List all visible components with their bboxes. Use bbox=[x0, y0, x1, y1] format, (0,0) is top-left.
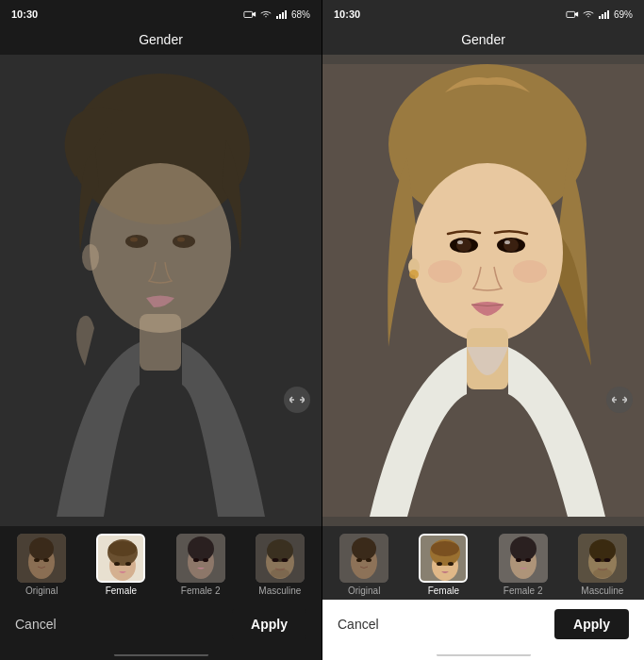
svg-point-8 bbox=[90, 163, 231, 333]
left-cancel-button[interactable]: Cancel bbox=[15, 617, 57, 632]
right-action-bar: Cancel Apply bbox=[322, 600, 644, 654]
svg-point-50 bbox=[409, 270, 419, 279]
svg-point-54 bbox=[504, 239, 519, 252]
svg-marker-40 bbox=[575, 11, 579, 16]
left-action-bar: Cancel Apply bbox=[0, 600, 322, 654]
svg-point-26 bbox=[125, 562, 131, 566]
left-original-face-svg bbox=[17, 534, 66, 583]
svg-point-30 bbox=[188, 536, 214, 561]
right-thumb-female2-img bbox=[499, 534, 548, 583]
left-status-icons: 68% bbox=[243, 9, 310, 20]
right-apply-button[interactable]: Apply bbox=[554, 609, 629, 639]
left-thumb-female-img bbox=[96, 534, 145, 583]
right-thumb-female[interactable]: Female bbox=[405, 534, 481, 596]
svg-point-65 bbox=[366, 558, 372, 562]
right-thumbnails-bar: Original Female bbox=[322, 526, 644, 600]
svg-point-13 bbox=[177, 238, 185, 242]
svg-point-76 bbox=[525, 558, 531, 562]
svg-point-35 bbox=[267, 539, 293, 562]
right-original-face-svg bbox=[339, 534, 388, 583]
svg-point-19 bbox=[29, 537, 54, 560]
svg-point-21 bbox=[43, 558, 49, 562]
svg-rect-39 bbox=[567, 11, 575, 17]
left-female2-face-svg bbox=[176, 534, 225, 583]
left-apply-button[interactable]: Apply bbox=[232, 609, 306, 639]
svg-point-20 bbox=[34, 558, 40, 562]
left-thumb-masculine[interactable]: Masculine bbox=[242, 534, 318, 596]
svg-point-36 bbox=[272, 558, 278, 562]
left-time: 10:30 bbox=[11, 8, 38, 20]
left-thumbnails-bar: Original Female bbox=[0, 526, 322, 600]
svg-point-11 bbox=[173, 235, 195, 248]
right-masculine-face-svg bbox=[578, 534, 627, 583]
left-thumb-female2-label: Female 2 bbox=[181, 586, 221, 596]
right-camera-icon bbox=[566, 9, 579, 19]
svg-rect-4 bbox=[282, 12, 284, 19]
left-signal-icon bbox=[275, 9, 289, 19]
right-thumb-female-img bbox=[419, 534, 468, 583]
svg-rect-9 bbox=[140, 314, 181, 371]
svg-rect-2 bbox=[276, 16, 278, 19]
svg-rect-41 bbox=[599, 16, 601, 19]
left-home-indicator bbox=[0, 654, 322, 660]
svg-point-70 bbox=[448, 562, 454, 566]
svg-rect-42 bbox=[602, 14, 603, 19]
left-thumb-female2[interactable]: Female 2 bbox=[163, 534, 239, 596]
left-status-bar: 10:30 68% bbox=[0, 0, 322, 26]
left-main-image bbox=[0, 55, 322, 526]
right-status-icons: 69% bbox=[566, 9, 633, 20]
svg-point-10 bbox=[125, 235, 148, 248]
svg-marker-1 bbox=[253, 11, 256, 16]
right-thumb-female-label: Female bbox=[428, 586, 459, 596]
svg-point-82 bbox=[593, 569, 612, 578]
svg-rect-44 bbox=[607, 10, 609, 19]
left-panel: 10:30 68% Gender bbox=[0, 0, 322, 660]
svg-point-79 bbox=[589, 539, 616, 562]
svg-point-75 bbox=[516, 558, 521, 562]
left-thumb-original[interactable]: Original bbox=[4, 534, 79, 596]
right-divider-icon[interactable] bbox=[606, 387, 633, 413]
left-female-face-svg bbox=[98, 536, 145, 583]
svg-point-64 bbox=[356, 558, 362, 562]
svg-point-32 bbox=[203, 558, 208, 562]
left-divider-icon[interactable] bbox=[284, 387, 310, 413]
right-female-face-svg bbox=[421, 536, 468, 583]
left-thumb-masculine-label: Masculine bbox=[258, 586, 301, 596]
left-masculine-face-svg bbox=[256, 534, 305, 583]
right-wifi-icon bbox=[582, 9, 595, 19]
svg-point-37 bbox=[281, 558, 288, 562]
right-thumb-female2-label: Female 2 bbox=[504, 586, 543, 596]
left-thumb-female[interactable]: Female bbox=[83, 534, 158, 596]
right-main-image bbox=[322, 55, 644, 526]
svg-point-38 bbox=[271, 569, 289, 578]
right-title: Gender bbox=[322, 26, 644, 55]
right-face-illustration bbox=[322, 55, 644, 526]
left-battery: 68% bbox=[291, 9, 310, 20]
left-camera-icon bbox=[243, 9, 256, 19]
svg-point-25 bbox=[114, 562, 120, 566]
right-time: 10:30 bbox=[334, 8, 360, 20]
svg-point-27 bbox=[108, 541, 137, 556]
svg-rect-43 bbox=[604, 12, 606, 19]
right-thumb-original[interactable]: Original bbox=[326, 534, 402, 596]
svg-point-57 bbox=[428, 260, 462, 283]
left-thumb-female2-img bbox=[176, 534, 225, 583]
right-thumb-original-img bbox=[339, 534, 388, 583]
left-thumb-masculine-img bbox=[256, 534, 305, 583]
right-thumb-masculine-img bbox=[578, 534, 627, 583]
right-thumb-original-label: Original bbox=[348, 586, 380, 596]
right-thumb-female2[interactable]: Female 2 bbox=[486, 534, 561, 596]
left-thumb-original-label: Original bbox=[25, 586, 58, 596]
svg-point-80 bbox=[594, 558, 601, 562]
svg-point-12 bbox=[130, 238, 138, 242]
svg-point-56 bbox=[504, 240, 510, 244]
left-title: Gender bbox=[0, 26, 322, 55]
right-cancel-button[interactable]: Cancel bbox=[338, 617, 379, 632]
right-thumb-masculine[interactable]: Masculine bbox=[565, 534, 640, 596]
left-wifi-icon bbox=[259, 9, 272, 19]
svg-point-74 bbox=[510, 536, 537, 561]
svg-point-63 bbox=[352, 537, 376, 560]
svg-point-81 bbox=[603, 558, 610, 562]
svg-point-69 bbox=[437, 562, 442, 566]
right-expand-icon bbox=[612, 395, 627, 404]
